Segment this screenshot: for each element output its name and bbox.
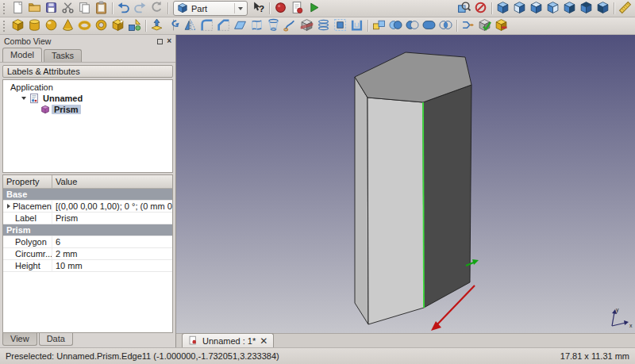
workbench-selector[interactable]: Part [173,1,248,16]
box-button[interactable] [10,17,26,34]
panel-float-icon[interactable] [157,39,163,44]
save-button[interactable] [43,0,60,17]
axonometric-view-button[interactable] [495,0,511,17]
floppy-icon [44,1,58,16]
property-value[interactable]: [(0,00 0,00 1,00); 0 °; (0 mm 0 m... [52,201,172,212]
document-tab[interactable]: Unnamed : 1* ✕ [182,333,274,347]
sweep-button[interactable] [282,17,298,34]
property-value[interactable]: 6 [52,236,172,247]
measure-distance-button[interactable] [617,0,633,17]
torus-icon [78,18,91,33]
preselected-edge-highlight[interactable] [423,102,424,308]
boolcommon-icon [439,18,452,33]
rear-view-button[interactable] [561,0,578,17]
expander-closed-icon[interactable] [7,204,10,209]
property-name-cell: Placement [3,201,52,212]
defeaturing-button[interactable] [493,17,510,34]
cone-button[interactable] [60,17,76,34]
expander-open-icon[interactable] [19,97,28,100]
cut-button[interactable] [60,0,76,17]
loft-button[interactable] [265,17,282,34]
shape-builder-button[interactable] [126,17,143,34]
ruled-surface-button[interactable] [248,17,265,34]
whats-this-button[interactable]: ? [250,0,267,17]
combo-divider [234,3,235,13]
tab-view[interactable]: View [2,333,37,346]
property-group-prism[interactable]: Prism [3,224,172,236]
torus-button[interactable] [76,17,93,34]
right-view-button[interactable] [545,0,561,17]
property-row-circumr[interactable]: Circumr...2 mm [3,248,172,260]
open-file-button[interactable] [26,0,43,17]
sphere-button[interactable] [43,17,60,34]
fit-all-button[interactable] [456,0,472,17]
property-row-height[interactable]: Height10 mm [3,260,172,272]
tree-item-prism[interactable]: Prism [3,104,172,115]
check-geometry-button[interactable] [476,17,493,34]
panel-close-icon[interactable]: × [167,37,171,45]
front-view-button[interactable] [511,0,528,17]
toolbar-drag-handle[interactable] [3,21,6,32]
cylinder-button[interactable] [26,17,43,34]
join-connect-button[interactable] [460,17,476,34]
toolbar-drag-handle[interactable] [3,3,6,14]
property-row-label[interactable]: LabelPrism [3,213,172,224]
close-tab-icon[interactable]: ✕ [260,336,267,346]
panel-title: Combo View [4,36,51,46]
top-view-button[interactable] [528,0,545,17]
refresh-button[interactable] [148,0,165,17]
create-primitives-button[interactable] [110,17,126,34]
toolbar-separator [269,2,270,14]
property-row-polygon[interactable]: Polygon6 [3,236,172,248]
property-row-placement[interactable]: Placement[(0,00 0,00 1,00); 0 °; (0 mm 0… [3,201,172,213]
viewport-3d[interactable]: x y Unnamed : 1* ✕ [176,35,635,347]
record-icon [274,1,287,16]
new-file-button[interactable] [10,0,26,17]
compound-button[interactable] [371,17,387,34]
revolve-button[interactable] [165,17,182,34]
cross-sections-button[interactable] [315,17,332,34]
fillet-button[interactable] [198,17,215,34]
tab-tasks[interactable]: Tasks [44,49,82,62]
left-view-button[interactable] [595,0,611,17]
property-value[interactable]: 10 mm [52,260,172,271]
boolean-common-button[interactable] [437,17,454,34]
bottom-view-button[interactable] [578,0,595,17]
macro-record-button[interactable] [272,0,289,17]
offset-3d-button[interactable] [332,17,348,34]
boolean-union-button[interactable] [421,17,437,34]
boolean-cut-button[interactable] [404,17,421,34]
paste-button[interactable] [93,0,110,17]
macros-dialog-button[interactable] [289,0,306,17]
toolbar-separator [368,20,368,32]
svg-text:x: x [629,323,633,328]
tab-model[interactable]: Model [2,48,42,62]
tree-item-application[interactable]: Application [3,82,172,93]
revolve-icon [167,18,180,33]
cube-rear-icon [563,1,576,16]
macro-execute-button[interactable] [306,0,322,17]
extrude-button[interactable] [148,17,165,34]
prism-model[interactable] [355,52,471,324]
chamfer-button[interactable] [215,17,232,34]
tab-data[interactable]: Data [39,333,73,346]
thickness-button[interactable] [348,17,365,34]
prism-icon [39,104,52,115]
chevron-down-icon[interactable] [238,7,243,10]
redo-button[interactable] [132,0,148,17]
tube-icon [94,18,108,33]
property-value[interactable]: 2 mm [52,248,172,259]
mirror-button[interactable] [182,17,198,34]
property-value[interactable]: Prism [52,213,172,224]
tube-button[interactable] [93,17,110,34]
tree-item-unnamed[interactable]: Unnamed [3,93,172,104]
section-button[interactable] [298,17,315,34]
property-group-base[interactable]: Base [3,189,172,201]
loft-icon [267,18,280,33]
copy-button[interactable] [76,0,93,17]
property-table-header: PropertyValue [3,175,172,189]
boolean-button[interactable] [387,17,404,34]
draw-style-button[interactable] [472,0,489,17]
make-face-button[interactable] [232,17,248,34]
undo-button[interactable] [115,0,132,17]
